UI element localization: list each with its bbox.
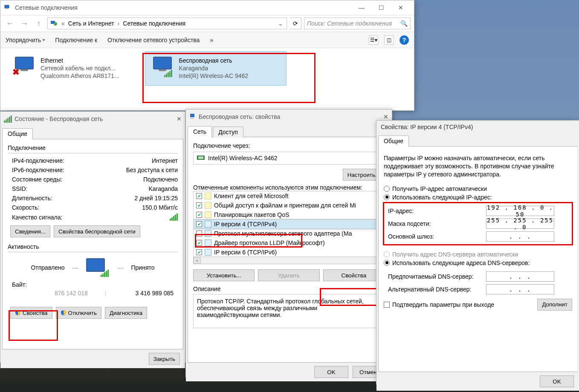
radio-auto-ip[interactable]: Получить IP-адрес автоматически: [384, 184, 572, 193]
wireless-status-dialog: Состояние - Беспроводная сеть ✕ Общие По…: [0, 111, 185, 363]
properties-button[interactable]: Свойства: [10, 307, 52, 319]
network-icon: [4, 4, 12, 12]
dropdown-icon[interactable]: ⌄: [277, 20, 284, 27]
crumb-network[interactable]: Сеть и Интернет: [68, 20, 114, 27]
component-item[interactable]: Протокол мультиплексора сетевого адаптер…: [194, 229, 384, 238]
tab-general[interactable]: Общие: [378, 135, 409, 147]
component-item[interactable]: Общий доступ к файлам и принтерам для се…: [194, 201, 384, 210]
refresh-button[interactable]: ⟳: [290, 17, 301, 29]
ok-button[interactable]: OK: [314, 366, 348, 378]
checkbox[interactable]: [196, 221, 202, 227]
component-item[interactable]: Клиент для сетей Microsoft: [194, 191, 384, 201]
toolbar: Упорядочить▾ Подключение к Отключение се…: [0, 32, 414, 48]
subnet-mask-label: Маска подсети:: [388, 220, 486, 227]
wireless-properties-button[interactable]: Свойства беспроводной сети: [54, 225, 140, 237]
disable-button[interactable]: Отключить: [56, 307, 101, 319]
titlebar[interactable]: Сетевые подключения — ☐ ✕: [0, 0, 414, 15]
checkbox-label: Подтвердить параметры при выходе: [392, 301, 494, 308]
dns1-field[interactable]: . . .: [486, 271, 554, 282]
connect-through-label: Подключение через:: [193, 142, 385, 149]
gateway-field[interactable]: . . .: [486, 231, 554, 242]
component-name: Клиент для сетей Microsoft: [214, 193, 289, 199]
nic-icon: [197, 155, 205, 162]
search-input[interactable]: Поиск: Сетевые подключения 🔍: [304, 17, 411, 29]
adapter-field[interactable]: Intel(R) Wireless-AC 9462: [193, 152, 385, 164]
adapter-ssid: Karaganda: [179, 64, 248, 72]
adapter-properties-dialog: Беспроводная сеть: свойства ✕ Сеть Досту…: [185, 109, 392, 378]
label: Состояние среды:: [12, 176, 62, 183]
adapter-wireless[interactable]: Беспроводная сеть Karaganda Intel(R) Wir…: [145, 52, 286, 85]
tab-general[interactable]: Общие: [2, 128, 33, 139]
radio-icon[interactable]: [384, 194, 390, 200]
svg-rect-4: [190, 114, 194, 117]
titlebar[interactable]: Свойства: IP версии 4 (TCP/IPv4): [376, 121, 579, 133]
close-button[interactable]: Закрыть: [149, 353, 180, 365]
signal-bars-icon: [101, 270, 109, 277]
radio-manual-dns[interactable]: Использовать следующие адреса DNS-сервер…: [384, 259, 572, 267]
details-button[interactable]: Сведения...: [10, 225, 50, 237]
preview-pane-icon[interactable]: ◫: [384, 35, 394, 45]
breadcrumb[interactable]: « Сеть и Интернет › Сетевые подключения …: [47, 17, 287, 29]
radio-icon: [384, 251, 390, 257]
minimize-button[interactable]: —: [352, 1, 371, 14]
connect-to-button[interactable]: Подключение к: [55, 37, 97, 43]
close-button[interactable]: ✕: [383, 113, 388, 120]
tab-access[interactable]: Доступ: [213, 127, 243, 138]
crumb-connections[interactable]: Сетевые подключения: [123, 20, 185, 27]
ip-address-label: IP-адрес:: [388, 208, 486, 214]
close-button[interactable]: ✕: [391, 1, 411, 14]
component-item-ipv4[interactable]: IP версии 4 (TCP/IPv4): [194, 219, 384, 229]
disable-device-button[interactable]: Отключение сетевого устройства: [107, 37, 200, 43]
back-button[interactable]: ←: [4, 17, 16, 29]
chevron-icon: ›: [117, 20, 121, 27]
validate-checkbox-row[interactable]: Подтвердить параметры при выходе Дополни…: [384, 299, 572, 311]
ok-button[interactable]: OK: [540, 375, 574, 387]
adapter-list: ✖ Ethernet Сетевой кабель не подкл... Qu…: [0, 48, 414, 89]
forward-button[interactable]: →: [18, 17, 30, 29]
subnet-mask-field[interactable]: 255 . 255 . 255 . 0: [486, 219, 554, 229]
radio-icon[interactable]: [384, 186, 390, 192]
checkbox[interactable]: [196, 212, 202, 218]
titlebar[interactable]: Беспроводная сеть: свойства ✕: [186, 110, 392, 124]
up-button[interactable]: ↑: [33, 17, 45, 29]
component-properties-button[interactable]: Свойства: [323, 269, 385, 281]
component-name: Общий доступ к файлам и принтерам для се…: [214, 202, 356, 209]
component-item[interactable]: IP версии 6 (TCP/IPv6): [194, 248, 384, 257]
radio-manual-ip[interactable]: Использовать следующий IP-адрес:: [384, 193, 572, 202]
titlebar[interactable]: Состояние - Беспроводная сеть ✕: [0, 112, 185, 126]
component-name: IP версии 4 (TCP/IPv4): [214, 221, 277, 228]
radio-icon[interactable]: [384, 260, 390, 266]
components-list[interactable]: Клиент для сетей Microsoft Общий доступ …: [193, 191, 385, 264]
install-button[interactable]: Установить...: [193, 269, 255, 281]
window-title: Беспроводная сеть: свойства: [199, 113, 280, 120]
checkbox[interactable]: [196, 231, 202, 236]
checkbox[interactable]: [384, 302, 390, 308]
checkbox[interactable]: [196, 193, 202, 199]
component-icon: [205, 221, 211, 228]
advanced-button[interactable]: Дополнит: [537, 299, 572, 311]
maximize-button[interactable]: ☐: [371, 1, 391, 14]
checkbox[interactable]: [196, 240, 202, 246]
svg-rect-0: [5, 5, 9, 8]
radio-label: Использовать следующие адреса DNS-сервер…: [392, 259, 530, 266]
component-item[interactable]: Планировщик пакетов QoS: [194, 210, 384, 219]
checkbox[interactable]: [196, 249, 202, 255]
ip-address-field[interactable]: 192 . 168 . 0 . 50: [486, 206, 554, 216]
components-label: Отмеченные компоненты используются этим …: [193, 184, 385, 191]
scrollbar[interactable]: ‹›: [194, 257, 384, 264]
help-icon[interactable]: ?: [400, 35, 409, 45]
organize-menu[interactable]: Упорядочить▾: [6, 37, 45, 43]
scroll-left-icon[interactable]: ‹: [194, 257, 201, 264]
value: Интернет: [152, 157, 178, 164]
close-button[interactable]: ✕: [177, 115, 182, 122]
adapter-ethernet[interactable]: ✖ Ethernet Сетевой кабель не подкл... Qu…: [7, 52, 124, 85]
diagnose-button[interactable]: Диагностика: [105, 307, 147, 319]
more-chevron-button[interactable]: »: [210, 37, 213, 43]
component-item[interactable]: Драйвер протокола LLDP (Майкрософт): [194, 238, 384, 248]
dns2-field[interactable]: . . .: [486, 284, 554, 294]
view-dropdown-icon[interactable]: ☰▾: [369, 35, 378, 45]
label: IPv4-подключение:: [12, 157, 64, 164]
tab-network[interactable]: Сеть: [188, 126, 212, 137]
component-icon: [205, 211, 211, 218]
checkbox[interactable]: [196, 202, 202, 208]
